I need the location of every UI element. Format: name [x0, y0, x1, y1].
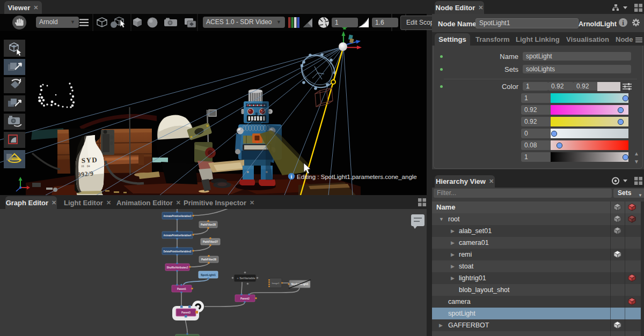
svg-text:ShuffleAttributes2: ShuffleAttributes2: [167, 266, 188, 269]
svg-text:Parent2: Parent2: [240, 297, 250, 300]
svg-text:AnimatePrimitiveVariables4: AnimatePrimitiveVariables4: [164, 234, 192, 237]
svg-text:DeletePrimitiveVariables2: DeletePrimitiveVariables2: [164, 250, 192, 253]
svg-text:Parent1: Parent1: [177, 288, 186, 290]
svg-text:SYD: SYD: [81, 155, 98, 165]
svg-text:PathFilter28: PathFilter28: [201, 223, 216, 226]
svg-text:i: i: [622, 19, 624, 27]
svg-text:Parent3: Parent3: [181, 311, 191, 314]
svg-text:PathFilter27: PathFilter27: [203, 241, 218, 243]
svg-text:AnimatePrimitiveVariables3: AnimatePrimitiveVariables3: [164, 215, 192, 218]
svg-text:PathFilter28: PathFilter28: [201, 258, 216, 261]
svg-text:SpotLight1: SpotLight1: [201, 274, 216, 277]
svg-text:≡ SetVariable: ≡ SetVariable: [237, 277, 256, 280]
svg-text:16 04: 16 04: [81, 165, 90, 168]
svg-text:Editing : SpotLight1.parameter: Editing : SpotLight1.parameters.cone_ang…: [297, 174, 417, 180]
svg-text:992/9: 992/9: [77, 169, 94, 178]
svg-text:Image1: Image1: [272, 282, 280, 285]
svg-text:i: i: [291, 174, 292, 180]
